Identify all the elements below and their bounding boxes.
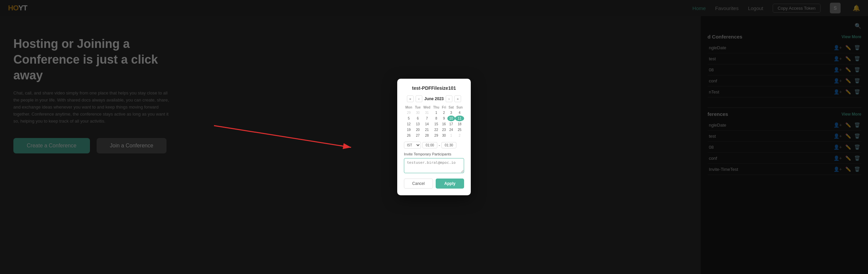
prev-month-button[interactable]: ‹	[415, 95, 422, 102]
cal-day[interactable]: 29	[404, 110, 413, 115]
next-month-button[interactable]: ›	[446, 95, 453, 102]
cal-day-selected-start[interactable]: 10	[447, 115, 455, 121]
cal-day[interactable]: 9	[441, 115, 447, 121]
cal-day[interactable]: 2	[455, 133, 464, 138]
start-time-input[interactable]	[422, 142, 437, 148]
cal-day[interactable]: 29	[432, 133, 440, 138]
cal-day[interactable]: 27	[413, 133, 422, 138]
cal-day[interactable]: 6	[413, 115, 422, 121]
cal-header-fri: Fri	[441, 105, 447, 110]
invite-label: Invite Temporary Participants	[404, 152, 464, 156]
cal-header-thu: Thu	[432, 105, 440, 110]
time-row: IST UTC EST -	[404, 142, 464, 149]
cal-day[interactable]: 28	[422, 133, 432, 138]
next-year-button[interactable]: »	[455, 95, 461, 102]
cal-day[interactable]: 26	[404, 133, 413, 138]
cal-day[interactable]: 5	[404, 115, 413, 121]
modal-buttons: Cancel Apply	[404, 179, 464, 189]
cal-day[interactable]: 22	[432, 127, 440, 133]
cal-day[interactable]: 30	[413, 110, 422, 115]
cal-day[interactable]: 31	[422, 110, 432, 115]
cal-day[interactable]: 23	[441, 127, 447, 133]
time-separator: -	[439, 143, 440, 148]
cal-header-tue: Tue	[413, 105, 422, 110]
cal-day[interactable]: 17	[447, 121, 455, 127]
cal-day[interactable]: 1	[447, 133, 455, 138]
cal-day[interactable]: 14	[422, 121, 432, 127]
cal-day[interactable]: 20	[413, 127, 422, 133]
cal-day[interactable]: 3	[447, 110, 455, 115]
conference-modal: test-PDFFilesize101 « ‹ June 2023 › » Mo…	[397, 79, 471, 195]
cal-header-mon: Mon	[404, 105, 413, 110]
cal-header-sat: Sat	[447, 105, 455, 110]
cal-day[interactable]: 16	[441, 121, 447, 127]
cal-day[interactable]: 30	[441, 133, 447, 138]
cancel-button[interactable]: Cancel	[404, 179, 433, 189]
end-time-input[interactable]	[441, 142, 456, 148]
cal-day[interactable]: 21	[422, 127, 432, 133]
cal-header-sun: Sun	[455, 105, 464, 110]
calendar-grid: Mon Tue Wed Thu Fri Sat Sun 29 30 31 1 2…	[404, 105, 464, 138]
cal-day[interactable]: 19	[404, 127, 413, 133]
calendar-month-year: June 2023	[424, 97, 444, 101]
timezone-select[interactable]: IST UTC EST	[404, 142, 421, 149]
cal-day[interactable]: 2	[441, 110, 447, 115]
cal-day[interactable]: 4	[455, 110, 464, 115]
cal-header-wed: Wed	[422, 105, 432, 110]
cal-day[interactable]: 24	[447, 127, 455, 133]
cal-day[interactable]: 1	[432, 110, 440, 115]
cal-day[interactable]: 15	[432, 121, 440, 127]
cal-day[interactable]: 12	[404, 121, 413, 127]
prev-year-button[interactable]: «	[407, 95, 413, 102]
invite-participants-input[interactable]: testuser.biral@mpoc.io	[404, 158, 464, 173]
calendar-nav: « ‹ June 2023 › »	[404, 95, 464, 102]
apply-button[interactable]: Apply	[436, 179, 464, 189]
modal-title: test-PDFFilesize101	[404, 85, 464, 91]
cal-day[interactable]: 13	[413, 121, 422, 127]
cal-day[interactable]: 18	[455, 121, 464, 127]
cal-day[interactable]: 8	[432, 115, 440, 121]
cal-day[interactable]: 25	[455, 127, 464, 133]
cal-day-selected-end[interactable]: 11	[455, 115, 464, 121]
cal-day[interactable]: 7	[422, 115, 432, 121]
